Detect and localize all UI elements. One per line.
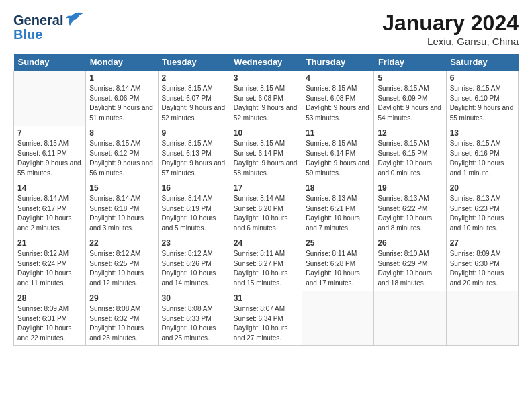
logo-bird-icon: [64, 11, 85, 28]
weekday-header-friday: Friday: [374, 54, 446, 71]
calendar-cell: 21 Sunrise: 8:12 AMSunset: 6:24 PMDaylig…: [14, 236, 86, 291]
calendar-cell: 2 Sunrise: 8:15 AMSunset: 6:07 PMDayligh…: [158, 71, 230, 126]
day-number: 19: [378, 183, 442, 193]
day-info: Sunrise: 8:14 AMSunset: 6:06 PMDaylight:…: [89, 85, 153, 122]
day-number: 5: [378, 73, 442, 83]
weekday-header-thursday: Thursday: [302, 54, 374, 71]
calendar-cell: 5 Sunrise: 8:15 AMSunset: 6:09 PMDayligh…: [374, 71, 446, 126]
weekday-header-sunday: Sunday: [14, 54, 86, 71]
weekday-header-saturday: Saturday: [446, 54, 518, 71]
calendar-table: SundayMondayTuesdayWednesdayThursdayFrid…: [13, 54, 519, 346]
calendar-cell: 17 Sunrise: 8:14 AMSunset: 6:20 PMDaylig…: [230, 181, 302, 236]
calendar-cell: [14, 71, 86, 126]
day-number: 8: [89, 128, 154, 138]
day-info: Sunrise: 8:15 AMSunset: 6:11 PMDaylight:…: [17, 140, 81, 177]
calendar-cell: 11 Sunrise: 8:15 AMSunset: 6:14 PMDaylig…: [302, 126, 374, 181]
day-number: 28: [17, 293, 82, 303]
calendar-cell: 28 Sunrise: 8:09 AMSunset: 6:31 PMDaylig…: [14, 291, 86, 346]
day-info: Sunrise: 8:15 AMSunset: 6:08 PMDaylight:…: [234, 85, 298, 122]
day-number: 31: [234, 293, 298, 303]
calendar-cell: 7 Sunrise: 8:15 AMSunset: 6:11 PMDayligh…: [14, 126, 86, 181]
day-info: Sunrise: 8:12 AMSunset: 6:25 PMDaylight:…: [89, 250, 144, 287]
calendar-cell: [302, 291, 374, 346]
day-number: 11: [306, 128, 370, 138]
month-title: January 2024: [382, 11, 519, 36]
day-number: 17: [234, 183, 298, 193]
day-info: Sunrise: 8:15 AMSunset: 6:12 PMDaylight:…: [89, 140, 153, 177]
day-number: 3: [234, 73, 298, 83]
calendar-cell: 26 Sunrise: 8:10 AMSunset: 6:29 PMDaylig…: [374, 236, 446, 291]
calendar-cell: 3 Sunrise: 8:15 AMSunset: 6:08 PMDayligh…: [230, 71, 302, 126]
day-info: Sunrise: 8:15 AMSunset: 6:08 PMDaylight:…: [306, 85, 369, 122]
day-number: 7: [17, 128, 82, 138]
calendar-cell: 22 Sunrise: 8:12 AMSunset: 6:25 PMDaylig…: [86, 236, 158, 291]
day-number: 24: [234, 238, 298, 248]
day-info: Sunrise: 8:15 AMSunset: 6:14 PMDaylight:…: [234, 140, 298, 177]
header: General Blue January 2024 Lexiu, Gansu, …: [13, 11, 519, 47]
day-info: Sunrise: 8:15 AMSunset: 6:09 PMDaylight:…: [378, 85, 441, 122]
day-info: Sunrise: 8:14 AMSunset: 6:19 PMDaylight:…: [162, 195, 216, 232]
day-info: Sunrise: 8:15 AMSunset: 6:16 PMDaylight:…: [450, 140, 504, 177]
calendar-cell: 16 Sunrise: 8:14 AMSunset: 6:19 PMDaylig…: [158, 181, 230, 236]
calendar-cell: [446, 291, 518, 346]
day-info: Sunrise: 8:14 AMSunset: 6:17 PMDaylight:…: [17, 195, 72, 232]
day-info: Sunrise: 8:13 AMSunset: 6:22 PMDaylight:…: [378, 195, 432, 232]
day-number: 13: [450, 128, 515, 138]
calendar-cell: 20 Sunrise: 8:13 AMSunset: 6:23 PMDaylig…: [446, 181, 518, 236]
day-number: 10: [234, 128, 298, 138]
day-info: Sunrise: 8:15 AMSunset: 6:10 PMDaylight:…: [450, 85, 514, 122]
day-number: 15: [89, 183, 154, 193]
day-info: Sunrise: 8:08 AMSunset: 6:33 PMDaylight:…: [162, 305, 216, 342]
day-info: Sunrise: 8:15 AMSunset: 6:13 PMDaylight:…: [162, 140, 226, 177]
calendar-cell: 25 Sunrise: 8:11 AMSunset: 6:28 PMDaylig…: [302, 236, 374, 291]
day-number: 20: [450, 183, 515, 193]
day-number: 9: [162, 128, 226, 138]
day-info: Sunrise: 8:11 AMSunset: 6:28 PMDaylight:…: [306, 250, 360, 287]
day-info: Sunrise: 8:09 AMSunset: 6:31 PMDaylight:…: [17, 305, 72, 342]
calendar-cell: 19 Sunrise: 8:13 AMSunset: 6:22 PMDaylig…: [374, 181, 446, 236]
day-number: 27: [450, 238, 515, 248]
calendar-cell: 14 Sunrise: 8:14 AMSunset: 6:17 PMDaylig…: [14, 181, 86, 236]
day-info: Sunrise: 8:15 AMSunset: 6:14 PMDaylight:…: [306, 140, 369, 177]
day-info: Sunrise: 8:15 AMSunset: 6:15 PMDaylight:…: [378, 140, 432, 177]
day-number: 16: [162, 183, 226, 193]
day-number: 4: [306, 73, 370, 83]
calendar-cell: 10 Sunrise: 8:15 AMSunset: 6:14 PMDaylig…: [230, 126, 302, 181]
day-number: 6: [450, 73, 515, 83]
calendar-cell: 29 Sunrise: 8:08 AMSunset: 6:32 PMDaylig…: [86, 291, 158, 346]
calendar-cell: 12 Sunrise: 8:15 AMSunset: 6:15 PMDaylig…: [374, 126, 446, 181]
day-info: Sunrise: 8:09 AMSunset: 6:30 PMDaylight:…: [450, 250, 504, 287]
day-number: 18: [306, 183, 370, 193]
calendar-cell: 24 Sunrise: 8:11 AMSunset: 6:27 PMDaylig…: [230, 236, 302, 291]
day-info: Sunrise: 8:07 AMSunset: 6:34 PMDaylight:…: [234, 305, 288, 342]
weekday-header-monday: Monday: [86, 54, 158, 71]
location: Lexiu, Gansu, China: [382, 36, 519, 47]
logo: General Blue: [13, 11, 85, 42]
day-info: Sunrise: 8:11 AMSunset: 6:27 PMDaylight:…: [234, 250, 288, 287]
day-info: Sunrise: 8:08 AMSunset: 6:32 PMDaylight:…: [89, 305, 144, 342]
weekday-header-wednesday: Wednesday: [230, 54, 302, 71]
calendar-cell: 1 Sunrise: 8:14 AMSunset: 6:06 PMDayligh…: [86, 71, 158, 126]
day-info: Sunrise: 8:14 AMSunset: 6:20 PMDaylight:…: [234, 195, 288, 232]
calendar-cell: 15 Sunrise: 8:14 AMSunset: 6:18 PMDaylig…: [86, 181, 158, 236]
day-info: Sunrise: 8:10 AMSunset: 6:29 PMDaylight:…: [378, 250, 432, 287]
day-number: 30: [162, 293, 226, 303]
day-info: Sunrise: 8:13 AMSunset: 6:21 PMDaylight:…: [306, 195, 360, 232]
day-info: Sunrise: 8:13 AMSunset: 6:23 PMDaylight:…: [450, 195, 504, 232]
day-number: 2: [162, 73, 226, 83]
title-block: January 2024 Lexiu, Gansu, China: [382, 11, 519, 47]
day-number: 25: [306, 238, 370, 248]
day-info: Sunrise: 8:15 AMSunset: 6:07 PMDaylight:…: [162, 85, 226, 122]
weekday-header-tuesday: Tuesday: [158, 54, 230, 71]
day-info: Sunrise: 8:12 AMSunset: 6:24 PMDaylight:…: [17, 250, 72, 287]
calendar-cell: 13 Sunrise: 8:15 AMSunset: 6:16 PMDaylig…: [446, 126, 518, 181]
calendar-cell: 23 Sunrise: 8:12 AMSunset: 6:26 PMDaylig…: [158, 236, 230, 291]
day-number: 1: [89, 73, 154, 83]
calendar-cell: 18 Sunrise: 8:13 AMSunset: 6:21 PMDaylig…: [302, 181, 374, 236]
calendar-cell: 6 Sunrise: 8:15 AMSunset: 6:10 PMDayligh…: [446, 71, 518, 126]
logo-text: General: [13, 13, 63, 28]
page: General Blue January 2024 Lexiu, Gansu, …: [0, 0, 532, 411]
day-number: 23: [162, 238, 226, 248]
calendar-cell: 31 Sunrise: 8:07 AMSunset: 6:34 PMDaylig…: [230, 291, 302, 346]
logo-blue: Blue: [13, 27, 85, 42]
